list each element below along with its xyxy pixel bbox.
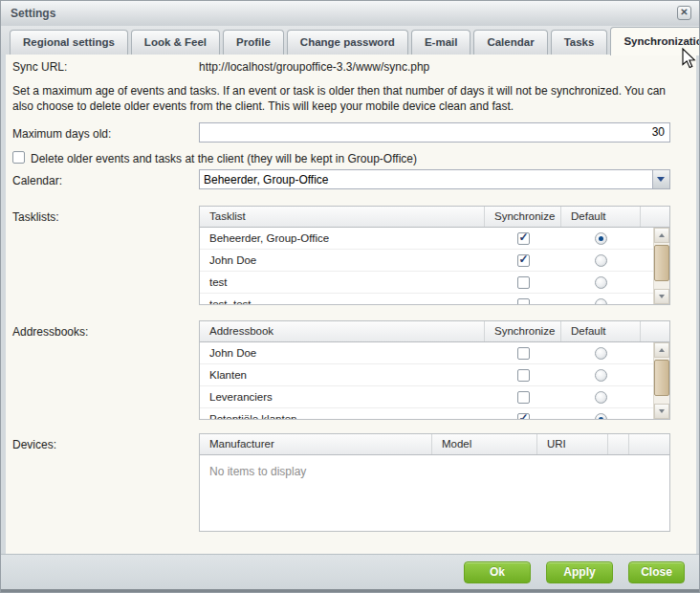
tab-email[interactable]: E-mail	[411, 30, 471, 55]
close-button[interactable]: Close	[628, 561, 685, 583]
calendar-combo-value: Beheerder, Group-Office	[204, 173, 329, 187]
tasklist-name: Beheerder, Group-Office	[200, 232, 485, 244]
default-radio[interactable]	[595, 391, 607, 404]
tasklist-name: test_test	[200, 298, 485, 304]
table-row[interactable]: test_test	[200, 294, 669, 304]
table-row[interactable]: Beheerder, Group-Office	[200, 228, 669, 250]
devices-grid-header: Manufacturer Model URI	[200, 434, 669, 455]
calendar-label: Calendar:	[12, 174, 62, 187]
tab-calendar[interactable]: Calendar	[473, 30, 547, 55]
max-days-label: Maximum days old:	[12, 127, 111, 141]
tab-regional-settings[interactable]: Regional settings	[10, 30, 128, 55]
title-bar: Settings ✕	[1, 1, 699, 26]
tab-change-password[interactable]: Change password	[287, 30, 408, 55]
tasklists-grid-body: Beheerder, Group-Office John Doe test te…	[200, 228, 669, 304]
footer-bar: Ok Apply Close	[1, 554, 699, 592]
column-header-default[interactable]: Default	[561, 207, 641, 227]
tab-strip: Regional settings Look & Feel Profile Ch…	[1, 26, 699, 55]
default-radio[interactable]	[595, 369, 607, 382]
chevron-down-icon	[657, 177, 665, 182]
addressbook-name: Potentiële klanten	[200, 413, 485, 419]
addressbooks-grid: Addressbook Synchronize Default John Doe…	[199, 320, 670, 420]
tasklists-grid-header: Tasklist Synchronize Default	[200, 207, 669, 228]
addressbooks-grid-header: Addressbook Synchronize Default	[200, 321, 669, 342]
scroll-up-icon[interactable]	[654, 228, 669, 243]
tasklist-name: test	[200, 276, 485, 288]
max-days-input[interactable]: 30	[199, 122, 670, 143]
column-header-tasklist[interactable]: Tasklist	[200, 207, 485, 227]
synchronize-checkbox[interactable]	[517, 276, 530, 289]
column-header-spacer	[629, 434, 669, 454]
default-radio[interactable]	[595, 413, 607, 420]
synchronize-checkbox[interactable]	[517, 232, 530, 245]
synchronize-checkbox[interactable]	[517, 391, 530, 404]
mouse-cursor-icon	[682, 48, 696, 69]
sync-url-label: Sync URL:	[12, 60, 67, 74]
addressbooks-scrollbar[interactable]	[653, 342, 669, 419]
table-row[interactable]: Klanten	[200, 364, 669, 386]
synchronize-checkbox[interactable]	[517, 298, 530, 305]
column-header-default[interactable]: Default	[561, 321, 641, 341]
tasklists-label: Tasklists:	[12, 210, 59, 224]
calendar-combobox[interactable]: Beheerder, Group-Office	[199, 169, 670, 189]
table-row[interactable]: John Doe	[200, 250, 669, 272]
column-header-uri[interactable]: URI	[537, 434, 608, 454]
sync-url-value: http://localhost/groupoffice-3.3/www/syn…	[199, 60, 429, 74]
default-radio[interactable]	[595, 254, 607, 267]
column-header-synchronize[interactable]: Synchronize	[485, 207, 561, 227]
devices-grid: Manufacturer Model URI No items to displ…	[199, 433, 670, 532]
tab-profile[interactable]: Profile	[223, 30, 284, 55]
addressbook-name: John Doe	[200, 347, 485, 359]
tasklists-grid: Tasklist Synchronize Default Beheerder, …	[199, 206, 670, 305]
synchronize-checkbox[interactable]	[517, 369, 530, 382]
scrollbar-thumb[interactable]	[654, 360, 669, 396]
addressbook-name: Leveranciers	[200, 391, 485, 403]
description-text: Set a maximum age of events and tasks. I…	[12, 84, 686, 114]
addressbook-name: Klanten	[200, 369, 485, 381]
close-icon[interactable]: ✕	[677, 6, 691, 20]
table-row[interactable]: Leveranciers	[200, 386, 669, 408]
delete-older-checkbox[interactable]	[12, 151, 25, 164]
tasklist-name: John Doe	[200, 254, 485, 266]
scroll-down-icon[interactable]	[654, 289, 669, 304]
synchronize-checkbox[interactable]	[517, 347, 530, 360]
tab-look-and-feel[interactable]: Look & Feel	[131, 30, 220, 55]
calendar-combo-trigger[interactable]	[652, 170, 669, 188]
devices-label: Devices:	[12, 438, 56, 451]
delete-older-label: Delete older events and tasks at the cli…	[31, 152, 417, 165]
table-row[interactable]: Potentiële klanten	[200, 408, 669, 419]
table-row[interactable]: test	[200, 272, 669, 294]
column-header-spacer	[608, 434, 629, 454]
ok-button[interactable]: Ok	[464, 561, 531, 583]
column-header-spacer	[641, 207, 669, 227]
default-radio[interactable]	[595, 347, 607, 360]
column-header-addressbook[interactable]: Addressbook	[200, 321, 485, 341]
addressbooks-label: Addressbooks:	[12, 325, 88, 339]
window-bottom-edge	[1, 589, 699, 592]
scrollbar-thumb[interactable]	[654, 245, 669, 281]
column-header-spacer	[641, 321, 669, 341]
synchronize-checkbox[interactable]	[517, 413, 530, 420]
column-header-model[interactable]: Model	[432, 434, 537, 454]
tab-tasks[interactable]: Tasks	[551, 30, 608, 55]
column-header-manufacturer[interactable]: Manufacturer	[200, 434, 432, 454]
devices-grid-body: No items to display	[200, 455, 669, 531]
addressbooks-grid-body: John Doe Klanten Leveranciers Potentiële…	[200, 342, 669, 419]
synchronize-checkbox[interactable]	[517, 254, 530, 267]
tasklists-scrollbar[interactable]	[653, 228, 669, 304]
default-radio[interactable]	[595, 276, 607, 289]
default-radio[interactable]	[595, 298, 607, 305]
dialog-title: Settings	[11, 7, 55, 20]
apply-button[interactable]: Apply	[546, 561, 613, 583]
empty-grid-text: No items to display	[209, 465, 306, 478]
scroll-down-icon[interactable]	[654, 404, 669, 419]
default-radio[interactable]	[595, 232, 607, 245]
settings-dialog: Settings ✕ Regional settings Look & Feel…	[0, 0, 700, 593]
column-header-synchronize[interactable]: Synchronize	[485, 321, 561, 341]
table-row[interactable]: John Doe	[200, 342, 669, 364]
scroll-up-icon[interactable]	[654, 342, 669, 358]
